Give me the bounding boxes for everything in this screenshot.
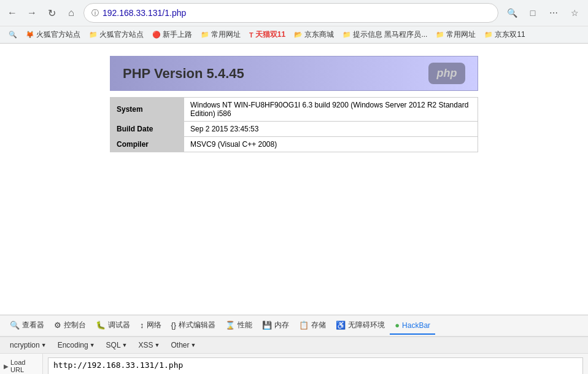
php-info-box: PHP Version 5.4.45 php System Windows NT…	[110, 56, 478, 302]
bookmark-icon: 🔍	[9, 31, 17, 39]
page-content: PHP Version 5.4.45 php System Windows NT…	[0, 44, 588, 314]
devtool-console[interactable]: ⚙ 控制台	[49, 316, 91, 335]
hackbar-main: http://192.168.33.131/1.php Post data Re…	[43, 354, 588, 374]
home-button[interactable]: ⌂	[64, 6, 79, 20]
table-value: MSVC9 (Visual C++ 2008)	[184, 137, 478, 152]
bookmark-icon: 📁	[484, 31, 493, 39]
debugger-icon: 🐛	[96, 321, 106, 330]
devtool-label: 无障碍环境	[348, 320, 385, 330]
dropdown-arrow-icon: ▼	[41, 342, 47, 348]
address-bar-container: ⓘ	[83, 3, 498, 23]
php-info-table: System Windows NT WIN-FU8HF90OG1I 6.3 bu…	[110, 97, 478, 152]
network-icon: ↕	[140, 321, 144, 330]
php-version-title: PHP Version 5.4.45	[123, 66, 244, 82]
menu-button[interactable]: ⋯	[545, 4, 562, 21]
devtool-label: 样式编辑器	[179, 320, 215, 330]
security-icon: ⓘ	[91, 8, 99, 18]
forward-button[interactable]: →	[25, 6, 39, 20]
reload-button[interactable]: ↻	[44, 6, 59, 20]
table-key: Compiler	[110, 137, 184, 152]
accessibility-icon: ♿	[336, 321, 346, 330]
bookmark-icon: 🦊	[26, 31, 34, 39]
bookmark-label: 天猫双11	[255, 29, 285, 40]
bookmark-item[interactable]: 🔴 新手上路	[149, 28, 196, 41]
dropdown-arrow-icon: ▼	[90, 342, 95, 348]
bookmark-label: 京东双11	[495, 29, 525, 40]
bookmark-item[interactable]: 🦊 火狐官方站点	[22, 28, 84, 41]
devtools-bar: 🔍 查看器 ⚙ 控制台 🐛 调试器 ↕ 网络 {} 样式编辑器 ⌛ 性能 💾 内…	[0, 314, 588, 337]
devtool-memory[interactable]: 💾 内存	[257, 316, 294, 335]
hackbar-menu-encryption-label: ncryption	[10, 341, 40, 349]
bookmark-icon: 📁	[342, 31, 351, 39]
bookmark-item[interactable]: 📂 京东商城	[290, 28, 338, 41]
bookmark-item[interactable]: T 天猫双11	[246, 28, 289, 41]
table-key: Build Date	[110, 122, 184, 137]
bookmarks-bar: 🔍 🦊 火狐官方站点 📁 火狐官方站点 🔴 新手上路 📁 常用网址 T 天猫双1…	[0, 26, 588, 43]
bookmark-icon: 📁	[89, 31, 98, 39]
dropdown-arrow-icon: ▼	[122, 342, 128, 348]
bookmark-label: 京东商城	[304, 29, 334, 40]
devtool-style-editor[interactable]: {} 样式编辑器	[166, 316, 221, 335]
devtool-label: 网络	[147, 320, 161, 330]
hackbar-menu-encryption[interactable]: ncryption ▼	[5, 339, 52, 351]
devtool-storage[interactable]: 📋 存储	[294, 316, 331, 335]
devtool-inspector[interactable]: 🔍 查看器	[5, 316, 49, 335]
screenshot-button[interactable]: □	[524, 4, 541, 21]
bookmark-label: 新手上路	[163, 29, 192, 40]
toolbar-actions: 🔍 □ ⋯ ☆	[503, 4, 583, 21]
performance-icon: ⌛	[225, 321, 235, 330]
bookmark-icon: 📁	[201, 31, 209, 39]
hackbar-menu-xss-label: XSS	[139, 341, 153, 349]
bookmark-label: 火狐官方站点	[36, 29, 80, 40]
hackbar-menu-xss[interactable]: XSS ▼	[134, 339, 165, 351]
bookmark-item[interactable]: 📁 常用网址	[197, 28, 244, 41]
back-button[interactable]: ←	[5, 6, 20, 20]
hackbar-panel: ncryption ▼ Encoding ▼ SQL ▼ XSS ▼ Other…	[0, 337, 588, 374]
table-row: System Windows NT WIN-FU8HF90OG1I 6.3 bu…	[110, 98, 478, 122]
dropdown-arrow-icon: ▼	[155, 342, 160, 348]
load-url-button[interactable]: ▶ Load URL	[0, 354, 42, 374]
inspector-icon: 🔍	[10, 321, 20, 330]
browser-toolbar: ← → ↻ ⌂ ⓘ 🔍 □ ⋯ ☆	[0, 0, 588, 26]
devtool-label: 调试器	[108, 320, 130, 330]
bookmark-button[interactable]: ☆	[566, 4, 583, 21]
bookmark-item[interactable]: 📁 京东双11	[481, 28, 528, 41]
hackbar-menu-sql-label: SQL	[106, 341, 121, 349]
table-row: Compiler MSVC9 (Visual C++ 2008)	[110, 137, 478, 152]
devtool-hackbar[interactable]: ● HackBar	[390, 317, 435, 335]
bookmark-item[interactable]: 🔍	[5, 29, 21, 40]
devtool-accessibility[interactable]: ♿ 无障碍环境	[331, 316, 390, 335]
url-input[interactable]: http://192.168.33.131/1.php	[48, 357, 583, 374]
table-row: Build Date Sep 2 2015 23:45:53	[110, 122, 478, 137]
hackbar-menu-encoding-label: Encoding	[58, 341, 88, 349]
address-input[interactable]	[103, 8, 490, 18]
hackbar-menu-encoding[interactable]: Encoding ▼	[53, 339, 100, 351]
hackbar-menu: ncryption ▼ Encoding ▼ SQL ▼ XSS ▼ Other…	[0, 337, 588, 354]
bookmark-label: 火狐官方站点	[99, 29, 144, 40]
devtool-performance[interactable]: ⌛ 性能	[220, 316, 257, 335]
hackbar-menu-sql[interactable]: SQL ▼	[101, 339, 133, 351]
zoom-button[interactable]: 🔍	[503, 4, 520, 21]
bookmark-icon: 📁	[436, 31, 444, 39]
console-icon: ⚙	[54, 321, 61, 330]
devtool-debugger[interactable]: 🐛 调试器	[91, 316, 135, 335]
table-value: Windows NT WIN-FU8HF90OG1I 6.3 build 920…	[184, 98, 478, 122]
bookmark-item[interactable]: 📁 提示信息 黑马程序员...	[339, 28, 431, 41]
table-key: System	[110, 98, 184, 122]
devtool-label: 存储	[311, 320, 326, 330]
bookmark-item[interactable]: 📁 常用网址	[432, 28, 479, 41]
bookmark-label: 提示信息 黑马程序员...	[353, 29, 427, 40]
load-url-label: Load URL	[10, 359, 39, 373]
hackbar-dot-icon: ●	[395, 321, 400, 330]
bookmark-item[interactable]: 📁 火狐官方站点	[85, 28, 147, 41]
devtool-network[interactable]: ↕ 网络	[135, 316, 166, 335]
devtool-label: 内存	[274, 320, 289, 330]
bookmark-icon: T	[249, 31, 253, 39]
devtool-label: 控制台	[64, 320, 86, 330]
devtool-label: 查看器	[22, 320, 44, 330]
hackbar-menu-other[interactable]: Other ▼	[166, 339, 201, 351]
php-header: PHP Version 5.4.45 php	[110, 56, 478, 91]
devtool-label: HackBar	[402, 321, 430, 330]
table-value: Sep 2 2015 23:45:53	[184, 122, 478, 137]
style-editor-icon: {}	[171, 321, 177, 330]
